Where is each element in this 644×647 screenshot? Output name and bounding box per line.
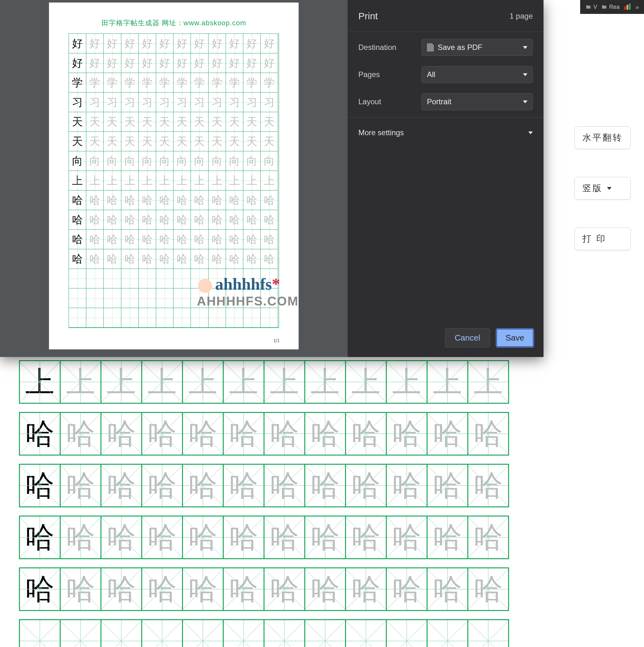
- grid-cell-trace: 哈: [156, 191, 173, 210]
- chevron-down-icon: [523, 46, 527, 49]
- grid-cell-master: 天: [69, 112, 86, 132]
- print-button[interactable]: 打 印: [574, 227, 631, 250]
- bookmark-label: V: [593, 4, 597, 10]
- svg-rect-0: [624, 6, 626, 10]
- more-settings-toggle[interactable]: More settings: [348, 118, 544, 148]
- layout-select[interactable]: Portrait: [422, 93, 533, 110]
- grid-cell-trace: 哈: [191, 230, 208, 249]
- grid-cell-trace: 哈: [156, 210, 173, 230]
- grid-cell-trace: 哈: [243, 249, 261, 269]
- grid-cell-trace: 哈: [156, 230, 173, 249]
- grid-cell-trace: 哈: [86, 230, 103, 249]
- big-cell-master: [19, 619, 61, 647]
- big-cell-trace: [100, 619, 142, 647]
- grid-cell-master: [69, 308, 86, 328]
- destination-label: Destination: [358, 43, 422, 52]
- bookmark-folder-rea[interactable]: Rea: [601, 4, 620, 10]
- big-cell-trace: 哈: [141, 567, 183, 611]
- big-cell-trace: [386, 619, 428, 647]
- big-cell-trace: 上: [100, 360, 142, 404]
- grid-cell-trace: 习: [226, 92, 243, 112]
- grid-cell-trace: 哈: [86, 249, 103, 269]
- grid-cell-trace: 哈: [261, 210, 278, 230]
- big-cell-trace: 哈: [304, 464, 346, 507]
- grid-cell-trace: 习: [156, 92, 173, 112]
- grid-cell-master: 天: [69, 132, 86, 151]
- big-cell-trace: 上: [264, 360, 305, 404]
- grid-cell-master: 哈: [69, 249, 86, 269]
- big-cell-trace: 哈: [60, 464, 101, 507]
- grid-row: [69, 269, 279, 288]
- big-grid-row: [19, 619, 509, 647]
- big-cell-trace: 哈: [304, 516, 346, 559]
- browser-toolbar: V Rea »: [580, 0, 644, 14]
- grid-cell-trace: [261, 288, 278, 308]
- grid-cell-trace: 上: [139, 171, 156, 191]
- big-cell-trace: 哈: [468, 464, 509, 507]
- big-cell-trace: 哈: [386, 567, 428, 611]
- big-cell-trace: 上: [60, 360, 101, 404]
- grid-cell-trace: 学: [156, 73, 173, 92]
- orientation-select[interactable]: 竖版: [574, 177, 631, 200]
- chevron-down-icon: [523, 73, 527, 76]
- big-grid-row: 上上上上上上上上上上上上: [19, 360, 509, 404]
- grid-cell-master: 上: [69, 171, 86, 191]
- grid-cell-trace: 学: [261, 73, 278, 92]
- pages-value: All: [427, 70, 435, 79]
- grid-cell-trace: 好: [139, 53, 156, 73]
- big-cell-trace: 哈: [141, 516, 183, 559]
- chevron-down-icon: [528, 131, 533, 134]
- big-grid-row: 哈哈哈哈哈哈哈哈哈哈哈哈: [19, 567, 509, 611]
- grid-cell-trace: 哈: [209, 230, 226, 249]
- grid-cell-trace: 习: [121, 92, 139, 112]
- grid-cell-trace: 天: [103, 132, 121, 151]
- big-cell-trace: 上: [182, 360, 224, 404]
- big-cell-trace: 哈: [427, 567, 468, 611]
- big-cell-master: 哈: [19, 567, 61, 611]
- pages-select[interactable]: All: [422, 66, 533, 83]
- big-cell-trace: [264, 619, 305, 647]
- grid-cell-trace: 学: [226, 73, 243, 92]
- big-cell-trace: 哈: [60, 567, 101, 611]
- extension-icon[interactable]: [624, 3, 632, 11]
- grid-cell-trace: 好: [261, 53, 278, 73]
- save-button[interactable]: Save: [496, 328, 534, 348]
- big-cell-trace: [223, 619, 265, 647]
- grid-cell-trace: 习: [209, 92, 226, 112]
- grid-cell-trace: 哈: [103, 249, 121, 269]
- bookmark-folder-v[interactable]: V: [585, 4, 597, 10]
- cancel-button[interactable]: Cancel: [445, 328, 490, 348]
- grid-cell-trace: [103, 288, 121, 308]
- grid-cell-trace: [226, 288, 243, 308]
- overflow-chevron-icon[interactable]: »: [636, 3, 639, 11]
- grid-cell-trace: 天: [121, 132, 139, 151]
- grid-cell-trace: 好: [173, 34, 191, 53]
- grid-cell-trace: 学: [121, 73, 139, 92]
- grid-cell-master: 学: [69, 73, 86, 92]
- grid-cell-trace: [209, 288, 226, 308]
- grid-cell-trace: [209, 308, 226, 328]
- grid-cell-trace: 哈: [173, 191, 191, 210]
- big-cell-trace: 哈: [345, 464, 387, 507]
- grid-cell-trace: 哈: [209, 249, 226, 269]
- grid-cell-trace: 好: [191, 34, 208, 53]
- grid-cell-trace: 好: [156, 53, 173, 73]
- destination-select[interactable]: Save as PDF: [422, 39, 533, 56]
- pdf-icon: [427, 43, 434, 52]
- big-cell-trace: [141, 619, 183, 647]
- grid-row: 哈哈哈哈哈哈哈哈哈哈哈哈: [69, 249, 279, 269]
- grid-cell-master: [69, 269, 86, 288]
- flip-horizontal-button[interactable]: 水平翻转: [574, 126, 631, 149]
- grid-cell-trace: 哈: [103, 210, 121, 230]
- grid-row: 好好好好好好好好好好好好: [69, 34, 279, 53]
- grid-row: [69, 288, 279, 308]
- grid-cell-trace: [209, 269, 226, 288]
- grid-cell-trace: [103, 269, 121, 288]
- grid-cell-trace: [226, 308, 243, 328]
- big-cell-trace: 哈: [60, 412, 101, 455]
- big-cell-trace: 哈: [100, 412, 142, 455]
- print-preview-pane: 田字格字帖生成器 网址：www.abskoop.com 好好好好好好好好好好好好…: [0, 0, 348, 357]
- grid-cell-trace: 好: [86, 34, 103, 53]
- chevron-down-icon: [607, 187, 612, 190]
- grid-cell-trace: 学: [173, 73, 191, 92]
